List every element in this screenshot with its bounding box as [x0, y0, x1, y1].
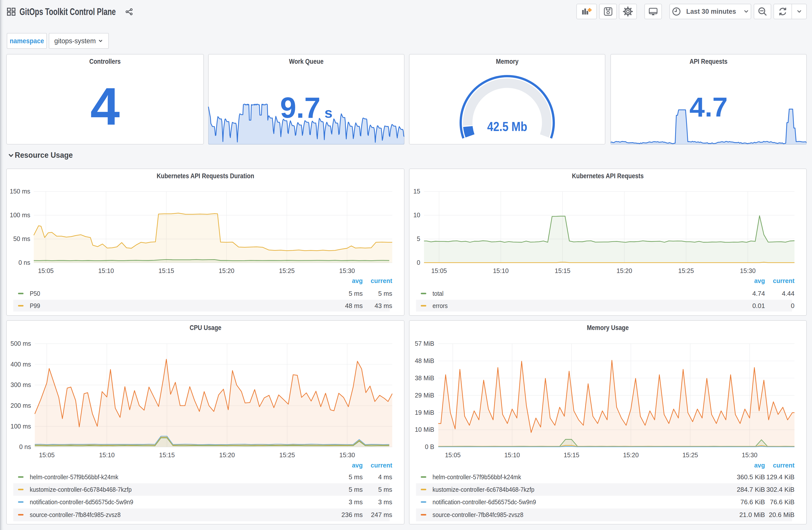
- svg-text:15:25: 15:25: [279, 452, 295, 458]
- svg-text:0 ns: 0 ns: [18, 259, 30, 266]
- svg-text:29 MiB: 29 MiB: [415, 392, 434, 399]
- svg-text:15:05: 15:05: [38, 267, 54, 274]
- svg-text:0 ns: 0 ns: [19, 443, 31, 450]
- svg-text:15:05: 15:05: [431, 267, 447, 274]
- svg-text:0 B: 0 B: [425, 443, 434, 450]
- svg-text:15:15: 15:15: [555, 267, 570, 274]
- svg-text:10 MiB: 10 MiB: [415, 426, 434, 433]
- svg-text:42.5 Mb: 42.5 Mb: [487, 119, 527, 134]
- svg-text:15: 15: [413, 188, 420, 195]
- svg-text:15:15: 15:15: [159, 267, 174, 274]
- svg-text:15:15: 15:15: [564, 452, 579, 458]
- svg-text:5: 5: [417, 235, 420, 242]
- svg-text:100 ms: 100 ms: [10, 211, 30, 219]
- svg-text:300 ms: 300 ms: [11, 381, 31, 388]
- svg-text:50 ms: 50 ms: [13, 235, 30, 242]
- svg-text:15:10: 15:10: [99, 452, 115, 458]
- svg-text:500 ms: 500 ms: [11, 340, 31, 347]
- svg-text:15:25: 15:25: [682, 452, 698, 458]
- svg-text:15:05: 15:05: [39, 452, 55, 458]
- svg-text:400 ms: 400 ms: [11, 361, 31, 368]
- svg-text:15:10: 15:10: [504, 452, 520, 458]
- svg-text:15:05: 15:05: [445, 452, 461, 458]
- svg-text:15:30: 15:30: [339, 267, 355, 274]
- svg-text:15:30: 15:30: [339, 452, 355, 458]
- svg-text:15:20: 15:20: [219, 452, 235, 458]
- svg-text:15:30: 15:30: [740, 267, 756, 274]
- svg-text:15:20: 15:20: [219, 267, 234, 274]
- svg-text:150 ms: 150 ms: [10, 188, 30, 195]
- svg-text:15:20: 15:20: [623, 452, 639, 458]
- svg-text:200 ms: 200 ms: [11, 402, 31, 409]
- svg-text:38 MiB: 38 MiB: [415, 374, 434, 382]
- svg-text:15:30: 15:30: [742, 452, 757, 458]
- svg-text:15:10: 15:10: [98, 267, 114, 274]
- svg-text:100 ms: 100 ms: [11, 423, 31, 430]
- svg-text:10: 10: [413, 211, 420, 219]
- svg-text:15:15: 15:15: [159, 452, 175, 458]
- svg-text:19 MiB: 19 MiB: [415, 409, 434, 416]
- svg-text:48 MiB: 48 MiB: [415, 357, 434, 364]
- svg-text:0: 0: [417, 259, 420, 266]
- svg-text:15:25: 15:25: [279, 267, 295, 274]
- svg-text:15:25: 15:25: [678, 267, 694, 274]
- svg-text:15:10: 15:10: [493, 267, 509, 274]
- svg-text:57 MiB: 57 MiB: [415, 340, 434, 347]
- svg-text:15:20: 15:20: [617, 267, 633, 274]
